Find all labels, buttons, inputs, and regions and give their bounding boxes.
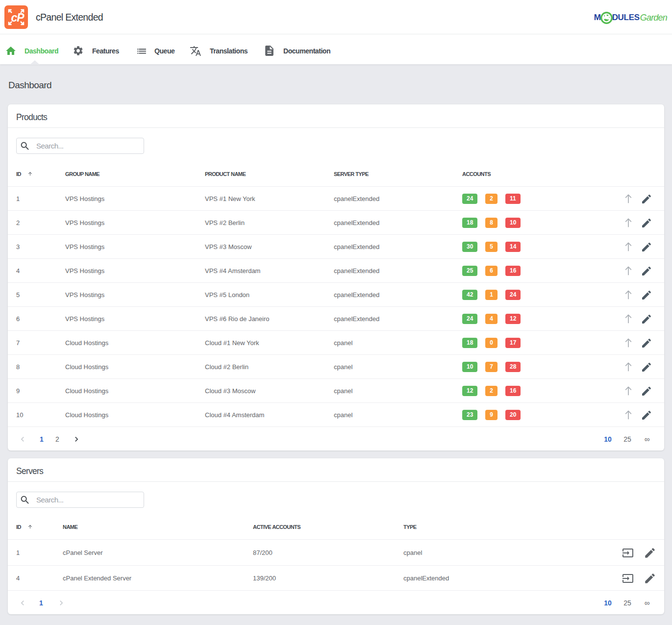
svg-text:cP: cP (11, 11, 25, 24)
